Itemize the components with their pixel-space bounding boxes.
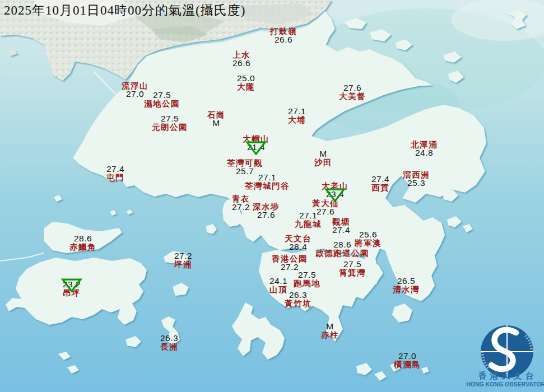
station-name: 清水灣 <box>393 285 420 293</box>
station-label: 石崗M <box>207 110 225 127</box>
station-name: 大老山 <box>322 181 348 190</box>
station-name: 石崗 <box>207 110 225 119</box>
station-temperature: 27.1 <box>299 211 317 220</box>
station-temperature: 27.0 <box>398 352 416 360</box>
station-name: 元朗公園 <box>152 123 188 131</box>
station-label: 大帽山21.4 <box>243 134 269 151</box>
station-name: 深水埗 <box>253 202 280 211</box>
station-name: 啟德跑道公園 <box>315 249 369 257</box>
station-temperature: M <box>212 119 220 127</box>
station-temperature: 28.6 <box>333 240 351 249</box>
map-title: 2025年10月01日04時00分的氣溫(攝氏度) <box>4 2 245 19</box>
station-name: 荃灣可觀 <box>227 158 263 167</box>
station-label: 上水26.6 <box>233 50 250 67</box>
station-label: M沙田 <box>314 150 332 166</box>
station-label: 27.1大埔 <box>288 107 306 124</box>
station-label: 26.3黃竹坑 <box>285 291 311 307</box>
station-temperature: 27.5 <box>153 91 171 99</box>
station-label: 27.6大美督 <box>339 83 366 100</box>
station-temperature: 25.0 <box>237 74 255 82</box>
station-temperature: 27.5 <box>343 260 361 268</box>
station-name: 觀塘 <box>332 217 350 226</box>
station-label: 27.2坪洲 <box>174 251 192 268</box>
station-label: 27.5濕地公園 <box>144 91 180 108</box>
station-label: 青衣27.2 <box>232 194 250 211</box>
station-name: 坪洲 <box>174 260 192 268</box>
station-label: 27.5筲箕灣 <box>339 260 366 277</box>
station-label: 28.6啟德跑道公園 <box>315 240 369 257</box>
station-label: 26.5清水灣 <box>393 277 420 293</box>
hong-kong-map <box>0 0 544 392</box>
station-temperature: 27.2 <box>174 251 192 260</box>
station-label: 北潭涌24.8 <box>411 140 438 157</box>
station-name: 筲箕灣 <box>339 268 366 277</box>
hko-logo-text: 香港天文台 HONG KONG OBSERVATORY <box>462 371 544 388</box>
station-name: 大帽山 <box>243 134 269 143</box>
station-label: 觀塘27.4 <box>332 217 350 234</box>
station-name: 香港公園 <box>272 254 308 263</box>
station-label: M赤柱 <box>321 322 339 339</box>
station-name: 天文台 <box>285 234 311 242</box>
station-temperature: 27.2 <box>232 203 250 211</box>
station-temperature: 27.1 <box>288 107 306 115</box>
station-name: 打鼓嶺 <box>270 27 297 35</box>
station-label: 27.4屯門 <box>106 165 124 181</box>
station-name: 大美督 <box>339 92 366 100</box>
station-label: 滘西洲25.3 <box>403 170 430 187</box>
station-label: 香港公園27.2 <box>272 254 308 271</box>
station-label: 27.5元朗公園 <box>152 114 188 131</box>
station-name: 跑馬地 <box>294 279 320 287</box>
logo-title-en: HONG KONG OBSERVATORY <box>462 381 544 388</box>
station-name: 上水 <box>233 50 250 59</box>
station-temperature: 24.8 <box>415 148 433 157</box>
station-temperature: 26.5 <box>397 277 415 285</box>
station-label: 大老山23.4 <box>322 181 348 198</box>
station-temperature: 27.5 <box>161 114 179 123</box>
station-temperature: 27.4 <box>371 175 389 183</box>
station-label: 深水埗27.6 <box>253 202 280 219</box>
station-temperature: 27.6 <box>257 211 275 219</box>
station-name: 北潭涌 <box>411 140 438 148</box>
station-label: 27.4西貢 <box>371 175 389 192</box>
station-name: 赤柱 <box>321 330 339 339</box>
station-temperature: 26.3 <box>160 334 178 342</box>
station-name: 黃竹坑 <box>285 299 311 307</box>
station-temperature: 25.3 <box>407 179 425 187</box>
station-label: 27.1荃灣城門谷 <box>245 173 290 190</box>
station-label: 26.3長洲 <box>160 334 178 351</box>
temperature-map-canvas: 2025年10月01日04時00分的氣溫(攝氏度) 打鼓嶺26.6上水26.62… <box>0 0 544 392</box>
station-name: 昂坪 <box>63 288 81 297</box>
station-temperature: 28.4 <box>289 242 307 251</box>
station-temperature: 26.6 <box>233 59 250 67</box>
station-temperature: 27.4 <box>332 226 350 234</box>
station-name: 流浮山 <box>122 81 148 90</box>
station-name: 大埔 <box>288 115 306 124</box>
station-name: 大隴 <box>237 82 255 91</box>
station-label: 打鼓嶺26.6 <box>270 27 297 44</box>
station-name: 長洲 <box>160 342 178 351</box>
station-label: 23.2昂坪 <box>63 280 81 297</box>
station-name: 橫瀾島 <box>394 360 421 368</box>
station-temperature: 27.0 <box>126 90 144 98</box>
station-name: 屯門 <box>106 173 124 181</box>
station-temperature: 27.6 <box>343 83 361 92</box>
station-label: 27.0橫瀾島 <box>394 352 421 368</box>
station-name: 赤鱲角 <box>69 242 96 251</box>
station-temperature: 27.5 <box>298 270 316 279</box>
station-label: 28.6赤鱲角 <box>69 234 96 251</box>
station-name: 沙田 <box>314 158 332 166</box>
station-temperature: 28.6 <box>74 234 92 242</box>
station-temperature: 21.4 <box>247 143 265 151</box>
station-label: 27.5跑馬地 <box>294 270 320 287</box>
station-name: 黃大仙 <box>312 199 339 207</box>
station-name: 滘西洲 <box>403 170 430 179</box>
station-label: 天文台28.4 <box>285 234 311 251</box>
station-name: 濕地公園 <box>144 99 180 108</box>
station-temperature: 26.3 <box>289 291 307 299</box>
station-name: 青衣 <box>232 194 250 203</box>
station-temperature: 24.1 <box>269 277 287 285</box>
station-label: 25.0大隴 <box>237 74 255 91</box>
station-temperature: 27.2 <box>281 263 299 271</box>
logo-title-zh: 香港天文台 <box>462 371 544 381</box>
station-temperature: M <box>326 322 333 330</box>
